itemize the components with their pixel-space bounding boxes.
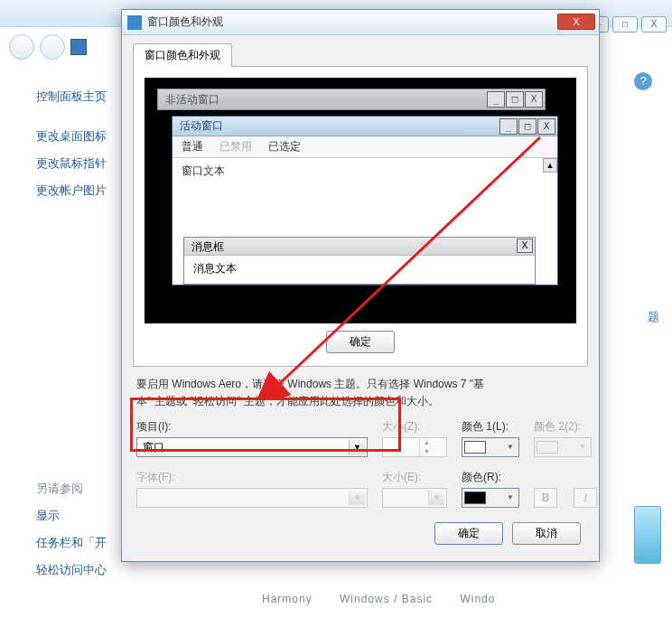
dialog-title: 窗口颜色和外观	[147, 14, 223, 30]
font-arrow-icon: ▼	[349, 491, 365, 505]
preview-inactive-window: 非活动窗口 _ □ X	[157, 89, 546, 110]
dropdown-arrow-icon: ▼	[349, 440, 365, 454]
description-text: 要启用 Windows Aero，请选择 Windows 主题。只有选择 Win…	[133, 367, 588, 414]
bold-button: B	[534, 488, 557, 508]
preview-inactive-titlebar: 非活动窗口 _ □ X	[157, 89, 546, 110]
size-input	[383, 438, 419, 456]
theme-names-row: Harmony Windows / Basic Windo	[262, 593, 518, 605]
preview-active-titlebar: 活动窗口 _ □ X	[173, 117, 557, 136]
address-bar-icon	[70, 39, 87, 55]
tab-strip: 窗口颜色和外观	[133, 42, 588, 67]
seealso-display[interactable]: 显示	[36, 502, 126, 529]
desc-line2: 本" 主题或 "轻松访问" 主题，才能应用此处选择的颜色和大小。	[136, 395, 439, 407]
preview-area: 非活动窗口 _ □ X 活动窗口 _ □ X	[145, 78, 576, 323]
preview-menu-disabled: 已禁用	[219, 139, 252, 154]
size-label: 大小(Z):	[382, 419, 447, 437]
dialog-body: 窗口颜色和外观 非活动窗口 _ □ X 活动窗口	[122, 35, 599, 561]
sidebar-home-link[interactable]: 控制面板主页	[36, 83, 126, 110]
italic-button: I	[574, 488, 597, 508]
color1-picker[interactable]: ▼	[462, 437, 519, 457]
item-value: 窗口	[143, 440, 164, 455]
dialog-titlebar[interactable]: 窗口颜色和外观 X	[122, 10, 599, 35]
fontcolor-arrow-icon: ▼	[504, 491, 517, 505]
preview-container: 非活动窗口 _ □ X 活动窗口 _ □ X	[133, 67, 588, 367]
preview-msgbox-titlebar: 消息框 X	[184, 238, 535, 256]
preview-msgbox-close-icon: X	[517, 239, 533, 253]
preview-ok-button: 确定	[326, 331, 395, 353]
right-cutoff-text: 题	[648, 309, 659, 325]
parent-nav-toolbar	[9, 34, 87, 60]
theme-win7-basic: Windows / Basic	[340, 593, 433, 605]
dialog-icon	[127, 15, 142, 30]
parent-maximize-button[interactable]: □	[612, 16, 638, 33]
appearance-dialog: 窗口颜色和外观 X 窗口颜色和外观 非活动窗口 _ □ X	[121, 9, 600, 562]
ok-button[interactable]: 确定	[434, 522, 503, 545]
theme-harmony: Harmony	[262, 593, 313, 605]
color2-arrow-icon: ▼	[576, 440, 589, 454]
nav-forward-button[interactable]	[40, 34, 65, 60]
dialog-footer: 确定 取消	[133, 508, 588, 548]
cancel-button[interactable]: 取消	[512, 522, 581, 545]
spin-down-icon: ▼	[420, 447, 434, 456]
preview-menubar: 普通 已禁用 已选定	[173, 136, 557, 158]
preview-active-close-icon: X	[537, 118, 555, 135]
preview-inactive-title-text: 非活动窗口	[165, 92, 219, 108]
fontcolor-label: 颜色(R):	[462, 470, 519, 488]
preview-menu-selected: 已选定	[268, 139, 301, 154]
fontsize-combobox: ▼	[382, 488, 447, 508]
preview-scrollbar-up-icon: ▲	[543, 158, 557, 173]
item-row: 项目(I): 窗口 ▼ 大小(Z): ▲▼ 颜色 1(L): ▼	[133, 414, 588, 457]
sidebar-link-desktop-icons[interactable]: 更改桌面图标	[36, 123, 126, 150]
parent-close-button[interactable]: X	[641, 16, 667, 33]
color1-arrow-icon: ▼	[504, 440, 517, 454]
nav-back-button[interactable]	[9, 34, 34, 60]
seealso-taskbar[interactable]: 任务栏和「开	[36, 529, 126, 557]
font-combobox: ▼	[136, 488, 368, 508]
spin-up-icon: ▲	[420, 438, 434, 447]
seealso-heading: 另请参阅	[36, 475, 126, 502]
color1-label: 颜色 1(L):	[462, 419, 519, 437]
color2-swatch	[537, 441, 558, 454]
color1-swatch	[464, 441, 486, 454]
preview-active-min-icon: _	[499, 118, 518, 135]
preview-active-window: 活动窗口 _ □ X 普通 已禁用 已选定 窗口文本 ▲	[172, 116, 558, 285]
preview-active-title-text: 活动窗口	[180, 118, 223, 134]
preview-inactive-min-icon: _	[487, 91, 505, 108]
size-spinner: ▲▼	[382, 437, 447, 457]
preview-message-box: 消息框 X 消息文本	[183, 237, 536, 285]
right-decorative-bar	[634, 506, 661, 564]
preview-window-text: 窗口文本	[173, 158, 557, 184]
fontcolor-swatch	[464, 491, 486, 504]
color2-label: 颜色 2(2):	[534, 419, 592, 437]
sidebar-link-mouse-pointer[interactable]: 更改鼠标指针	[36, 150, 126, 177]
color2-picker: ▼	[534, 437, 592, 457]
fontsize-label: 大小(E):	[382, 470, 447, 488]
item-label: 项目(I):	[136, 419, 368, 437]
preview-inactive-close-icon: X	[525, 91, 543, 108]
font-row: 字体(F): ▼ 大小(E): ▼ 颜色(R): ▼	[133, 457, 588, 508]
tab-appearance[interactable]: 窗口颜色和外观	[133, 43, 232, 67]
sidebar: 控制面板主页 更改桌面图标 更改鼠标指针 更改帐户图片 另请参阅 显示 任务栏和…	[36, 83, 126, 584]
dialog-close-button[interactable]: X	[557, 14, 595, 30]
seealso-ease-of-access[interactable]: 轻松访问中心	[36, 557, 126, 584]
fontcolor-picker[interactable]: ▼	[462, 488, 519, 508]
preview-content-area: 窗口文本 ▲ 消息框 X 消息文本	[173, 158, 557, 285]
fontsize-arrow-icon: ▼	[428, 491, 444, 505]
preview-menu-normal: 普通	[182, 139, 203, 154]
preview-active-max-icon: □	[518, 118, 537, 135]
font-label: 字体(F):	[136, 470, 368, 488]
help-icon[interactable]: ?	[634, 72, 652, 90]
item-combobox[interactable]: 窗口 ▼	[136, 437, 368, 457]
preview-msgbox-title-text: 消息框	[191, 240, 224, 253]
sidebar-link-account-picture[interactable]: 更改帐户图片	[36, 177, 126, 204]
preview-msgbox-text: 消息文本	[184, 256, 535, 284]
theme-cutoff: Windo	[460, 593, 495, 605]
preview-ok-row: 确定	[145, 323, 576, 366]
preview-inactive-max-icon: □	[506, 91, 524, 108]
desc-line1: 要启用 Windows Aero，请选择 Windows 主题。只有选择 Win…	[136, 378, 484, 390]
